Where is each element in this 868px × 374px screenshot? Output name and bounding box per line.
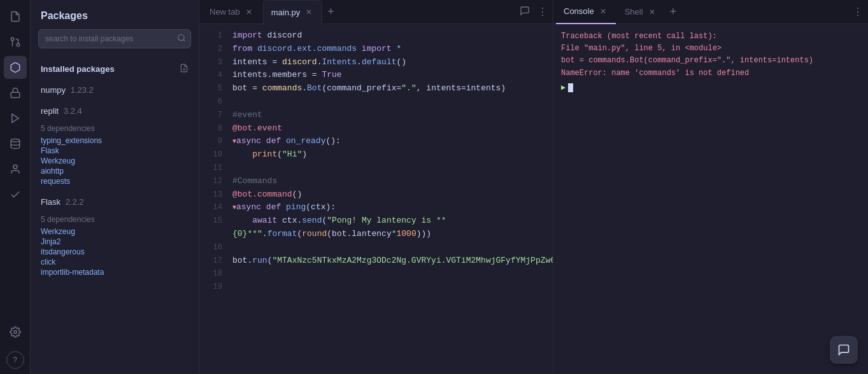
sidebar-title: Packages	[31, 0, 199, 29]
package-flask-version: 2.2.2	[66, 197, 84, 207]
search-icon[interactable]	[177, 34, 186, 45]
console-line-3: bot = commands.Bot(command_prefix=".", i…	[561, 55, 860, 67]
chat-fab-button[interactable]	[830, 336, 858, 364]
code-line-4: 4 intents.members = True	[199, 69, 553, 82]
code-line-5: 5 bot = commands.Bot(command_prefix=".",…	[199, 82, 553, 95]
package-flask-name: Flask 2.2.2	[41, 197, 84, 207]
editor-tabs-actions: ⋮	[517, 3, 550, 21]
search-box	[38, 29, 191, 48]
tab-console-close[interactable]: ✕	[598, 6, 608, 17]
dep-typing-extensions: typing_extensions	[41, 135, 189, 146]
package-replit-version: 3.2.4	[64, 106, 82, 116]
installed-packages-header: Installed packages	[31, 59, 199, 80]
right-panel: Console ✕ Shell ✕ + ⋮ Traceback (most re…	[553, 0, 868, 374]
tab-console[interactable]: Console ✕	[556, 0, 616, 24]
code-line-10: 10 print("Hi")	[199, 148, 553, 162]
code-line-18: 18	[199, 267, 553, 280]
tab-new-tab-close[interactable]: ✕	[244, 7, 254, 17]
svg-point-7	[13, 331, 17, 334]
code-line-12: 12 #Commands	[199, 175, 553, 188]
replit-deps-count: 5 dependencies	[41, 124, 189, 133]
code-line-14: 14 ▼async def ping(ctx):	[199, 201, 553, 214]
installed-packages-label: Installed packages	[41, 64, 115, 74]
svg-point-5	[11, 139, 20, 142]
package-numpy-name: numpy 1.23.2	[41, 85, 94, 95]
tab-console-label: Console	[564, 6, 594, 16]
right-tabs-actions: ⋮	[850, 3, 865, 20]
dep-flask-click: click	[41, 257, 189, 267]
icon-bar: ?	[0, 0, 31, 374]
svg-point-6	[13, 165, 17, 169]
prompt-cursor	[568, 83, 573, 92]
dep-flask-itsdangerous: itsdangerous	[41, 247, 189, 257]
tab-new-tab-label: New tab	[210, 7, 240, 17]
dep-flask-werkzeug: Werkzeug	[41, 226, 189, 237]
console-output: Traceback (most recent call last): File …	[553, 24, 868, 374]
sidebar-item-files[interactable]	[4, 5, 27, 28]
code-line-6: 6	[199, 95, 553, 109]
package-numpy-version: 1.23.2	[71, 85, 94, 95]
tab-shell[interactable]: Shell ✕	[617, 0, 665, 24]
sidebar-item-lock[interactable]	[4, 81, 27, 104]
sidebar-item-run[interactable]	[4, 107, 27, 130]
editor-more-icon[interactable]: ⋮	[535, 3, 550, 21]
right-new-tab-button[interactable]: +	[666, 5, 681, 18]
code-editor[interactable]: 1 import discord 2 from discord.ext.comm…	[199, 24, 553, 374]
sidebar-item-settings[interactable]	[4, 321, 27, 343]
dep-flask: Flask	[41, 146, 189, 156]
code-line-16: 16	[199, 241, 553, 254]
package-flask: Flask 2.2.2	[31, 191, 199, 212]
right-tabs-bar: Console ✕ Shell ✕ + ⋮	[553, 0, 868, 24]
dep-aiohttp: aiohttp	[41, 166, 189, 176]
tab-main-py[interactable]: main.py ✕	[263, 0, 323, 24]
console-line-4: NameError: name 'commands' is not define…	[561, 67, 860, 80]
prompt-arrow: ▶	[561, 82, 566, 94]
code-line-15: 15 await ctx.send("Pong! My lantency is …	[199, 214, 553, 241]
console-line-2: File "main.py", line 5, in <module>	[561, 43, 860, 55]
tab-main-py-label: main.py	[271, 8, 301, 17]
code-line-7: 7 #event	[199, 109, 553, 122]
package-replit-name: replit 3.2.4	[41, 106, 82, 116]
code-line-17: 17 bot.run("MTAxNzc5NTkxMzA2Mzg3ODc2Ng.G…	[199, 254, 553, 268]
svg-point-0	[17, 43, 20, 46]
console-line-1: Traceback (most recent call last):	[561, 31, 860, 43]
search-input[interactable]	[38, 29, 191, 48]
tab-shell-label: Shell	[625, 7, 643, 17]
code-line-13: 13 @bot.command()	[199, 188, 553, 202]
svg-point-1	[11, 38, 14, 41]
dep-flask-importlib: importlib-metadata	[41, 267, 189, 277]
code-line-8: 8 @bot.event	[199, 122, 553, 135]
code-line-19: 19	[199, 280, 553, 294]
sidebar-item-help[interactable]: ?	[6, 351, 24, 369]
replit-deps: 5 dependencies typing_extensions Flask W…	[31, 121, 199, 191]
right-more-icon[interactable]: ⋮	[850, 3, 865, 20]
tab-main-py-close[interactable]: ✕	[304, 7, 314, 17]
svg-line-9	[183, 39, 185, 41]
svg-point-8	[178, 34, 184, 40]
editor-chat-icon[interactable]	[517, 3, 532, 21]
sidebar-item-packages[interactable]	[4, 56, 27, 79]
sidebar-item-check[interactable]	[4, 183, 27, 206]
svg-rect-3	[11, 92, 20, 97]
code-line-1: 1 import discord	[199, 29, 553, 43]
sidebar-item-git[interactable]	[4, 31, 27, 53]
sidebar-item-user[interactable]	[4, 158, 27, 181]
new-file-icon[interactable]	[180, 64, 189, 74]
code-line-11: 11	[199, 162, 553, 175]
svg-marker-4	[11, 114, 18, 123]
new-tab-button[interactable]: +	[324, 5, 338, 18]
tab-new-tab[interactable]: New tab ✕	[202, 0, 262, 24]
package-replit: replit 3.2.4	[31, 100, 199, 121]
sidebar-item-db[interactable]	[4, 132, 27, 155]
flask-deps-count: 5 dependencies	[41, 215, 189, 224]
tab-shell-close[interactable]: ✕	[647, 7, 657, 17]
dep-flask-jinja2: Jinja2	[41, 237, 189, 247]
packages-sidebar: Packages Installed packages numpy 1.23.2…	[31, 0, 199, 374]
editor-area: New tab ✕ main.py ✕ + ⋮ 1 import discord…	[199, 0, 553, 374]
dep-werkzeug: Werkzeug	[41, 156, 189, 166]
flask-deps: 5 dependencies Werkzeug Jinja2 itsdanger…	[31, 212, 199, 282]
code-line-9: 9 ▼async def on_ready():	[199, 135, 553, 148]
dep-requests: requests	[41, 176, 189, 186]
console-prompt: ▶	[561, 82, 860, 94]
package-numpy: numpy 1.23.2	[31, 80, 199, 100]
